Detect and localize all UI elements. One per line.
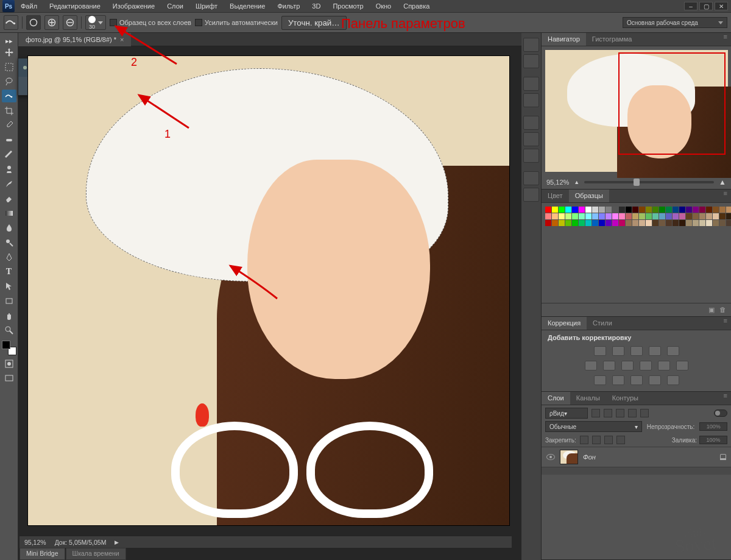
navigator-zoom-value[interactable]: 95,12%: [546, 179, 569, 186]
swatch[interactable]: [545, 220, 551, 226]
lasso-tool[interactable]: [2, 75, 16, 88]
marquee-tool[interactable]: [2, 60, 16, 73]
swatch[interactable]: [572, 207, 578, 213]
swatch[interactable]: [592, 213, 598, 219]
adj-bw-icon[interactable]: [621, 361, 634, 370]
status-zoom[interactable]: 95,12%: [24, 539, 46, 546]
swatch[interactable]: [652, 213, 659, 219]
swatch[interactable]: [666, 213, 672, 219]
filter-smart-icon[interactable]: [640, 409, 649, 417]
zoom-in-icon[interactable]: ▲: [719, 178, 726, 186]
menu-select[interactable]: Выделение: [224, 1, 271, 12]
swatch[interactable]: [626, 207, 632, 213]
brush-preset-picker[interactable]: 30: [85, 15, 106, 30]
adj-curves-icon[interactable]: [630, 346, 643, 356]
swatch[interactable]: [679, 220, 685, 226]
swatch[interactable]: [713, 213, 719, 219]
swatch[interactable]: [619, 220, 625, 226]
tab-swatches[interactable]: Образцы: [569, 190, 609, 202]
tab-styles[interactable]: Стили: [587, 317, 618, 330]
swatch[interactable]: [626, 213, 632, 219]
filter-pixel-icon[interactable]: [592, 409, 600, 417]
swatch[interactable]: [552, 213, 558, 219]
swatch[interactable]: [599, 220, 605, 226]
menu-view[interactable]: Просмотр: [327, 1, 369, 12]
selection-new-icon[interactable]: [26, 15, 41, 30]
swatch[interactable]: [599, 207, 605, 213]
swatch[interactable]: [592, 220, 598, 226]
menu-image[interactable]: Изображение: [107, 1, 161, 12]
swatch[interactable]: [726, 220, 731, 226]
panel-menu-icon[interactable]: ≡: [720, 317, 731, 330]
swatch[interactable]: [726, 207, 731, 213]
swatch[interactable]: [619, 207, 625, 213]
maximize-button[interactable]: ▢: [699, 2, 713, 10]
eraser-tool[interactable]: [2, 192, 16, 205]
blend-mode-dropdown[interactable]: Обычные▾: [545, 421, 642, 432]
panel-menu-icon[interactable]: ≡: [720, 392, 731, 405]
app-logo[interactable]: Ps: [2, 0, 15, 12]
swatch[interactable]: [612, 213, 618, 219]
history-brush-tool[interactable]: [2, 177, 16, 190]
tab-channels[interactable]: Каналы: [570, 392, 606, 405]
swatch[interactable]: [659, 207, 665, 213]
menu-window[interactable]: Окно: [370, 1, 398, 12]
navigator-thumbnail[interactable]: [545, 50, 728, 172]
panel-menu-icon[interactable]: ≡: [720, 33, 731, 46]
collapsed-panel-8[interactable]: [523, 171, 539, 185]
menu-edit[interactable]: Редактирование: [43, 1, 107, 12]
panel-menu-icon[interactable]: ≡: [720, 190, 731, 202]
navigator-viewport-rect[interactable]: [618, 52, 726, 155]
blur-tool[interactable]: [2, 221, 16, 234]
swatch[interactable]: [719, 220, 726, 226]
screen-mode[interactable]: [2, 372, 16, 385]
tab-layers[interactable]: Слои: [542, 392, 570, 405]
swatch[interactable]: [679, 207, 685, 213]
swatch[interactable]: [559, 220, 565, 226]
collapsed-panel-7[interactable]: [523, 149, 539, 163]
swatch[interactable]: [606, 207, 612, 213]
swatch[interactable]: [606, 220, 612, 226]
brush-tool[interactable]: [2, 148, 16, 161]
healing-brush-tool[interactable]: [2, 133, 16, 146]
adj-levels-icon[interactable]: [612, 346, 624, 356]
swatch[interactable]: [686, 207, 692, 213]
swatch[interactable]: [559, 207, 565, 213]
swatch[interactable]: [706, 220, 712, 226]
swatch[interactable]: [666, 207, 672, 213]
collapsed-panel-9[interactable]: [523, 188, 539, 202]
swatch[interactable]: [599, 213, 605, 219]
pen-tool[interactable]: [2, 250, 16, 263]
swatch[interactable]: [612, 207, 618, 213]
swatch[interactable]: [719, 207, 726, 213]
path-selection-tool[interactable]: [2, 280, 16, 292]
gradient-tool[interactable]: [2, 207, 16, 219]
swatch[interactable]: [626, 220, 632, 226]
swatch[interactable]: [652, 207, 659, 213]
swatch[interactable]: [706, 213, 712, 219]
menu-layer[interactable]: Слои: [161, 1, 189, 12]
swatch-grid[interactable]: [545, 207, 727, 226]
menu-3d[interactable]: 3D: [306, 1, 327, 12]
filter-shape-icon[interactable]: [628, 409, 637, 417]
swatch[interactable]: [686, 213, 692, 219]
swatch[interactable]: [632, 207, 638, 213]
swatch[interactable]: [693, 207, 699, 213]
adj-threshold-icon[interactable]: [630, 375, 643, 385]
layer-thumbnail[interactable]: [560, 450, 578, 464]
swatch[interactable]: [639, 213, 645, 219]
swatch[interactable]: [686, 220, 692, 226]
workspace-switcher[interactable]: Основная рабочая среда: [623, 17, 727, 28]
lock-pixels-icon[interactable]: [592, 436, 601, 444]
selection-add-icon[interactable]: [44, 15, 59, 30]
swatch[interactable]: [652, 220, 659, 226]
adj-photo-filter-icon[interactable]: [640, 361, 652, 370]
swatch[interactable]: [699, 220, 705, 226]
swatch[interactable]: [579, 220, 585, 226]
menu-type[interactable]: Шрифт: [189, 1, 224, 12]
swatch[interactable]: [552, 220, 558, 226]
filter-type-icon[interactable]: [616, 409, 624, 417]
close-button[interactable]: ✕: [715, 2, 728, 10]
swatch[interactable]: [592, 207, 598, 213]
collapsed-panel-6[interactable]: [523, 132, 539, 146]
